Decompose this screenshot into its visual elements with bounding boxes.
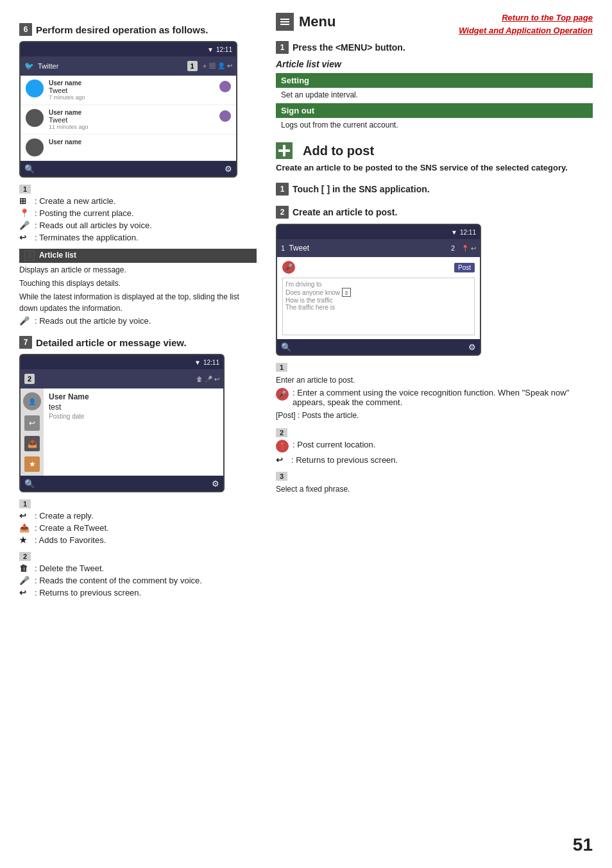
avatar-2 (26, 109, 44, 127)
badge3-inline: 3 (342, 288, 351, 297)
compose-statusbar: ▼ 12:11 (277, 225, 480, 239)
screen1-bottombar: 🔍 ⚙ (21, 161, 236, 176)
detail-box2-label: 2 (19, 552, 31, 561)
detail-toolbar: 2 🗑 🎤 ↩ (21, 369, 223, 388)
terminates-text: : Terminates the application. (35, 233, 139, 242)
compose-header: 1 Tweet 2 📍 ↩ (277, 239, 480, 257)
box1-label: 1 (19, 185, 31, 194)
add-step2-heading: 2 Create an article to post. (276, 206, 593, 219)
username-1: User name (49, 79, 214, 87)
compose-content: 🎤 Post I'm driving to Does anyone know 3… (277, 257, 480, 339)
svg-rect-2 (280, 24, 289, 25)
menu-icon (280, 17, 290, 27)
reads-comment-row: 🎤 : Reads the content of the comment by … (19, 576, 257, 585)
article-list-desc1: Displays an article or message. (19, 264, 257, 276)
add-box1-section: 1 Enter an article to post. 🎤 : Enter a … (276, 362, 593, 421)
sidebar-reply-icon: ↩ (24, 415, 40, 431)
signout-desc: Logs out from the current account. (276, 119, 593, 133)
add-to-post-icon-box (276, 142, 293, 159)
menu-title-text: Menu (299, 13, 336, 30)
tweet-body-3: User name (49, 138, 231, 146)
delete-text: : Delete the Tweet. (35, 563, 104, 573)
tweet-voice-icon-2 (219, 110, 231, 122)
svg-rect-1 (280, 21, 289, 22)
favorites-row: ★ : Adds to Favorites. (19, 535, 257, 545)
reads-articles-text: : Reads out all articles by voice. (35, 221, 152, 230)
create-article-row: ⊞ : Create a new article. (19, 196, 257, 206)
compose-search-icon: 🔍 (281, 342, 291, 352)
add-to-post-title-text: Add to post (303, 144, 374, 158)
add-box3-section: 3 Select a fixed phrase. (276, 471, 593, 495)
add-step1-text: Touch [ ] in the SNS application. (293, 184, 430, 194)
compose-mic-row: 🎤 Post (282, 261, 475, 274)
detail-text: test (49, 403, 218, 412)
compose-suggestion3: How is the traffic (285, 297, 472, 304)
compose-badge2: 2 (451, 244, 455, 252)
menu-step1-text: Press the <MENU> button. (293, 42, 405, 53)
add-box3-label: 3 (276, 472, 287, 481)
post-place-text: : Posting the current place. (35, 208, 134, 218)
detail-box1-label: 1 (19, 499, 31, 508)
section-7: 7 Detailed article or message view. ▼ 12… (19, 336, 257, 597)
tweet-voice-icon-1 (219, 81, 231, 92)
voice-comment-text: : Enter a comment using the voice recogn… (293, 388, 593, 407)
retweet-icon: 📤 (19, 523, 32, 533)
screen1: ▼ 12:11 🐦 Twitter 1 ＋ ▤ 👤 ↩ User name (19, 41, 237, 178)
compose-settings-icon: ⚙ (468, 342, 476, 352)
tweet-body-1: User name Tweet 7 minutes ago (49, 79, 214, 101)
detail-box1-section: 1 ↩ : Create a reply. 📤 : Create a ReTwe… (19, 499, 257, 545)
top-navigation: Return to the Top page Widget and Applic… (459, 12, 593, 37)
tweet-row-2: User name Tweet 11 minutes ago (21, 105, 236, 135)
detail-avatar: 👤 (23, 392, 41, 410)
compose-suggestion2: Does anyone know 3 (285, 288, 472, 297)
reads-comment-text: : Reads the content of the comment by vo… (35, 576, 202, 585)
box1-section: 1 ⊞ : Create a new article. 📍 : Posting … (19, 184, 257, 242)
avatar-3 (26, 138, 44, 156)
widget-app-link[interactable]: Widget and Application Operation (459, 24, 593, 37)
signal-icon2: ▼ (194, 359, 201, 366)
svg-rect-0 (280, 19, 289, 20)
tweet-text-1: Tweet (49, 87, 214, 94)
article-list-desc2: Touching this displays details. (19, 278, 257, 289)
left-column: 6 Perform desired operation as follows. … (19, 13, 269, 849)
section7-heading: 7 Detailed article or message view. (19, 336, 257, 349)
detail-bottombar: 🔍 ⚙ (21, 476, 223, 491)
delete-icon: 🗑 (19, 563, 32, 573)
reads-comment-icon: 🎤 (19, 576, 32, 585)
tweet-time-1: 7 minutes ago (49, 94, 214, 101)
compose-placeholder: I'm driving to (285, 281, 472, 288)
reads-article-row: 🎤 : Reads out the article by voice. (19, 316, 257, 326)
compose-time: 12:11 (460, 229, 476, 236)
detail-username: User Name (49, 392, 218, 401)
detail-main: User Name test Posting date (44, 388, 223, 476)
page-number: 51 (573, 835, 593, 855)
tweet-row-1: User name Tweet 7 minutes ago (21, 76, 236, 105)
create-article-text: : Create a new article. (35, 196, 115, 206)
mic-icon: 🎤 (282, 261, 295, 274)
detail-badge2: 2 (24, 374, 35, 384)
compose-tweet-label: Tweet (289, 244, 447, 253)
compose-input[interactable]: I'm driving to Does anyone know 3 How is… (282, 278, 475, 335)
bottombar-search-icon: 🔍 (24, 164, 35, 174)
compose-suggestion4: The traffic here is (285, 304, 472, 311)
returns-prev-row: ↩ : Returns to previous screen. (19, 588, 257, 597)
menu-step1-heading: 1 Press the <MENU> button. (276, 41, 593, 54)
add-box1-desc1: Enter an article to post. (276, 374, 593, 386)
compose-badge1: 1 (281, 244, 285, 252)
returns-prev-text: : Returns to previous screen. (35, 588, 141, 597)
twitter-logo: 🐦 (24, 62, 34, 71)
detail-time: 12:11 (203, 359, 219, 366)
menu-step1-num: 1 (276, 41, 289, 54)
add-step1-heading: 1 Touch [ ] in the SNS application. (276, 183, 593, 196)
post-button[interactable]: Post (454, 263, 475, 272)
detail-posting-date: Posting date (49, 413, 218, 420)
statusbar-time: 12:11 (216, 46, 232, 53)
returns-prev2-text: : Returns to previous screen. (291, 455, 398, 465)
article-list-view-heading: Article list view (276, 59, 593, 69)
username-2: User name (49, 109, 214, 116)
screen1-statusbar: ▼ 12:11 (21, 42, 236, 56)
return-top-link[interactable]: Return to the Top page (459, 12, 593, 24)
post-label-desc: [Post] : Posts the article. (276, 410, 593, 421)
signal-icon: ▼ (207, 46, 214, 53)
right-column: Menu 1 Press the <MENU> button. Article … (269, 13, 593, 849)
